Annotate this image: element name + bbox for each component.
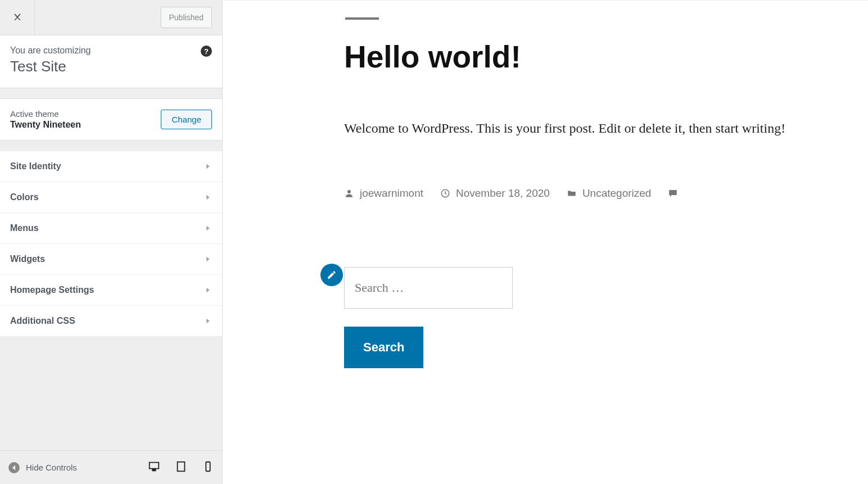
customizer-sidebar: Published You are customizing Test Site … [0, 0, 223, 484]
mobile-device-button[interactable] [202, 460, 214, 475]
folder-icon [567, 188, 577, 198]
theme-name: Twenty Nineteen [10, 120, 81, 130]
comment-icon [668, 188, 678, 198]
hide-controls-button[interactable]: Hide Controls [8, 462, 77, 474]
post-date[interactable]: November 18, 2020 [440, 187, 550, 200]
tablet-icon [175, 460, 187, 473]
desktop-device-button[interactable] [148, 460, 160, 475]
close-button[interactable] [0, 0, 35, 35]
post-content: Welcome to WordPress. This is your first… [344, 114, 828, 142]
hide-controls-label: Hide Controls [26, 463, 77, 472]
post-author-name: joewarnimont [360, 187, 423, 200]
panel-label: Homepage Settings [10, 285, 94, 295]
search-input[interactable] [344, 267, 513, 309]
sidebar-top-bar: Published [0, 0, 222, 35]
customizing-label: You are customizing [10, 46, 212, 56]
help-icon[interactable]: ? [201, 46, 212, 57]
panel-label: Widgets [10, 254, 45, 264]
person-icon [344, 188, 354, 198]
desktop-icon [148, 460, 160, 473]
svg-rect-2 [206, 462, 210, 471]
edit-widget-button[interactable] [320, 264, 343, 286]
post-meta: joewarnimont November 18, 2020 Uncategor… [344, 187, 828, 200]
change-theme-button[interactable]: Change [161, 110, 212, 129]
chevron-right-icon [204, 224, 212, 232]
panel-label: Additional CSS [10, 316, 75, 326]
search-widget: Search [344, 267, 828, 368]
pencil-icon [327, 270, 337, 280]
post-date-text: November 18, 2020 [456, 187, 550, 200]
entry-divider [345, 17, 379, 20]
site-name: Test Site [10, 58, 212, 75]
sidebar-info: You are customizing Test Site ? [0, 35, 222, 88]
sidebar-footer: Hide Controls [0, 450, 222, 484]
panel-widgets[interactable]: Widgets [0, 244, 222, 275]
panel-menus[interactable]: Menus [0, 213, 222, 244]
panel-homepage-settings[interactable]: Homepage Settings [0, 275, 222, 306]
chevron-right-icon [204, 193, 212, 201]
panel-colors[interactable]: Colors [0, 182, 222, 213]
svg-rect-1 [178, 462, 185, 471]
panel-additional-css[interactable]: Additional CSS [0, 306, 222, 337]
chevron-right-icon [204, 286, 212, 294]
chevron-right-icon [204, 317, 212, 325]
chevron-right-icon [204, 255, 212, 263]
svg-point-3 [347, 190, 351, 193]
panel-site-identity[interactable]: Site Identity [0, 151, 222, 182]
tablet-device-button[interactable] [175, 460, 187, 475]
post-comments[interactable] [668, 188, 678, 198]
panel-label: Site Identity [10, 161, 61, 171]
collapse-icon [8, 462, 20, 474]
panel-label: Menus [10, 223, 39, 233]
search-button[interactable]: Search [344, 327, 423, 368]
published-button[interactable]: Published [161, 7, 213, 28]
panel-label: Colors [10, 192, 39, 202]
preview-pane: Hello world! Welcome to WordPress. This … [223, 0, 868, 484]
post-category-text: Uncategorized [582, 187, 652, 200]
post-title[interactable]: Hello world! [344, 39, 828, 75]
panel-list: Site Identity Colors Menus Widgets Homep… [0, 151, 222, 337]
post-author[interactable]: joewarnimont [344, 187, 423, 200]
device-icons [148, 460, 214, 475]
active-theme-label: Active theme [10, 109, 81, 119]
post-category[interactable]: Uncategorized [567, 187, 652, 200]
mobile-icon [202, 460, 214, 473]
theme-row: Active theme Twenty Nineteen Change [0, 98, 222, 141]
chevron-right-icon [204, 162, 212, 170]
close-icon [12, 12, 23, 23]
clock-icon [440, 188, 450, 198]
